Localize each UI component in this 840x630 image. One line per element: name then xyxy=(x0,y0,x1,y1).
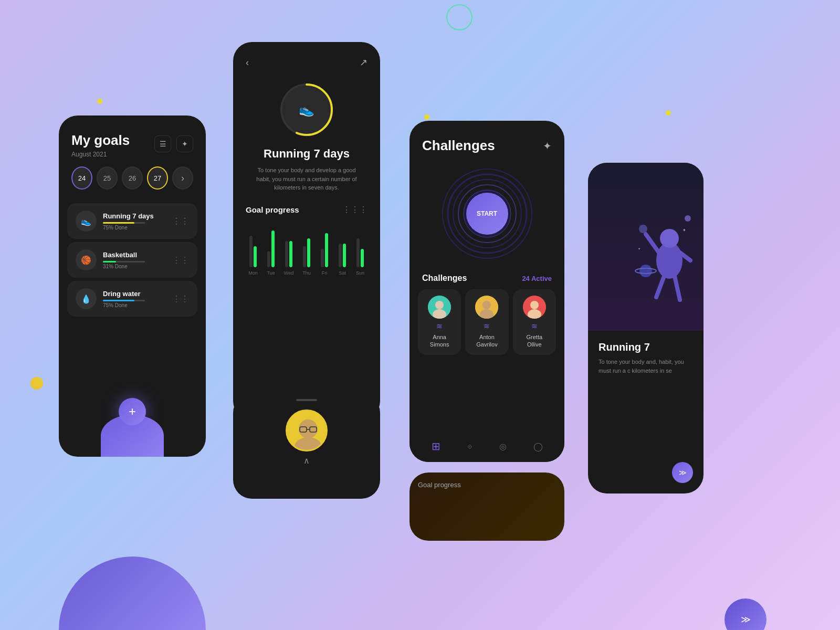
nav-activity-icon[interactable]: ⟐ xyxy=(467,442,472,451)
running-name: Running 7 days xyxy=(103,212,166,220)
phone-my-goals: My goals August 2021 ☰ ✦ 24 25 26 27 › 👟… xyxy=(59,116,206,457)
chart-bar-wed: Wed xyxy=(281,215,296,276)
goals-title: My goals xyxy=(71,132,130,149)
svg-point-28 xyxy=(639,225,647,233)
back-button[interactable]: ‹ xyxy=(246,57,249,68)
date-pill-25[interactable]: 25 xyxy=(97,166,118,190)
chart-bar-mon: Mon xyxy=(246,215,260,276)
running-info: Running 7 days 75% Done xyxy=(103,212,166,230)
basketball-menu[interactable]: ⋮⋮ xyxy=(172,255,189,265)
water-pct: 75% Done xyxy=(103,302,166,308)
running-progress-fill xyxy=(103,222,134,224)
phone-bottom-partial: Goal progress xyxy=(410,472,564,541)
water-progress-bar xyxy=(103,300,145,301)
svg-line-26 xyxy=(656,276,664,297)
goal-item-basketball: 🏀 Basketball 31% Done ⋮⋮ xyxy=(67,242,197,278)
running-menu[interactable]: ⋮⋮ xyxy=(172,216,189,226)
water-info: Dring water 75% Done xyxy=(103,290,166,308)
svg-point-8 xyxy=(435,301,444,309)
list-icon-btn[interactable]: ☰ xyxy=(154,135,171,152)
svg-line-24 xyxy=(646,234,659,253)
phone-running: ‹ ↗ 👟 Running 7 days To tone your body a… xyxy=(233,42,380,420)
svg-point-14 xyxy=(530,301,539,309)
date-pills: 24 25 26 27 › xyxy=(59,166,206,200)
anna-avatar xyxy=(428,296,451,319)
chart-bar-fri: Fri xyxy=(317,215,332,276)
date-pill-more[interactable]: › xyxy=(172,166,193,190)
basketball-pct: 31% Done xyxy=(103,264,166,269)
chart-bar-thu: Thu xyxy=(299,215,314,276)
challenges-title: Challenges xyxy=(422,138,495,154)
goals-date: August 2021 xyxy=(71,151,130,158)
water-name: Dring water xyxy=(103,290,166,298)
sparkle-icon-btn[interactable]: ✦ xyxy=(176,135,193,152)
phone-running-detail-partial: ✦ ✦ Running 7 To tone your body and, hab… xyxy=(588,163,704,494)
handle-bar xyxy=(296,399,317,401)
challenges-list-title: Challenges xyxy=(422,274,467,283)
challenges-list-header: Challenges 24 Active xyxy=(410,269,564,289)
goal-item-running: 👟 Running 7 days 75% Done ⋮⋮ xyxy=(67,203,197,239)
anton-name: AntonGavrilov xyxy=(476,333,497,349)
running-circle-section: 👟 xyxy=(233,81,380,139)
date-pill-26[interactable]: 26 xyxy=(122,166,143,190)
character-figure: ✦ ✦ xyxy=(630,192,698,320)
water-menu[interactable]: ⋮⋮ xyxy=(172,294,189,304)
start-ring: START xyxy=(440,166,534,261)
chart-label-sat: Sat xyxy=(339,270,346,276)
start-ring-section: START xyxy=(410,166,564,261)
scroll-up-button[interactable]: ≫ xyxy=(672,462,693,483)
svg-point-11 xyxy=(482,301,491,309)
date-pill-27[interactable]: 27 xyxy=(147,166,168,190)
phone-profile-partial: ∧ xyxy=(233,394,380,499)
chart-bar-tue: Tue xyxy=(264,215,278,276)
profile-chevron[interactable]: ∧ xyxy=(233,456,380,466)
bottom-left-blob xyxy=(59,556,206,630)
basketball-name: Basketball xyxy=(103,251,166,259)
nav-radio-icon[interactable]: ◎ xyxy=(499,442,507,452)
chart-label-tue: Tue xyxy=(267,270,275,276)
chart-area: Mon Tue Wed xyxy=(246,223,368,286)
svg-line-27 xyxy=(675,276,680,300)
bottom-nav: ⊞ ⟐ ◎ ◯ xyxy=(410,430,564,462)
running-header: ‹ ↗ xyxy=(233,42,380,68)
goal-progress-header: Goal progress ⋮⋮⋮ xyxy=(246,205,368,215)
svg-point-29 xyxy=(685,215,691,222)
chart-menu[interactable]: ⋮⋮⋮ xyxy=(342,205,368,215)
gretta-rank-icon: ≋ xyxy=(531,322,538,330)
chart-bar-sun: Sun xyxy=(353,215,368,276)
gretta-avatar xyxy=(523,296,546,319)
basketball-progress-fill xyxy=(103,261,116,262)
chart-label-wed: Wed xyxy=(284,270,293,276)
svg-text:✦: ✦ xyxy=(638,247,640,250)
challenger-card-anna: ≋ AnnaSimons xyxy=(418,289,461,355)
running-pct: 75% Done xyxy=(103,225,166,230)
challenger-card-anton: ≋ AntonGavrilov xyxy=(465,289,508,355)
active-badge: 24 Active xyxy=(522,275,552,282)
chart-label-mon: Mon xyxy=(248,270,258,276)
svg-point-23 xyxy=(660,229,679,248)
phone-challenges: Challenges ✦ START Challenges 24 Active xyxy=(410,121,564,462)
nav-home-icon[interactable]: ⊞ xyxy=(432,440,440,453)
start-button[interactable]: START xyxy=(466,193,508,235)
basketball-info: Basketball 31% Done xyxy=(103,251,166,269)
running-icon: 👟 xyxy=(76,211,97,232)
decorative-dot-2 xyxy=(424,114,429,120)
date-pill-24[interactable]: 24 xyxy=(71,166,92,190)
shoe-icon: 👟 xyxy=(299,102,314,117)
gretta-name: GrettaOllive xyxy=(527,333,543,349)
challenges-header: Challenges ✦ xyxy=(410,121,564,162)
chart-bar-sat: Sat xyxy=(335,215,350,276)
running-description: To tone your body and develop a good hab… xyxy=(233,166,380,192)
bottom-phone-content: Goal progress xyxy=(410,472,564,497)
basketball-icon: 🏀 xyxy=(76,249,97,270)
running-detail-title: Running 7 xyxy=(598,341,693,353)
share-button[interactable]: ↗ xyxy=(360,57,368,68)
illustration-area: ✦ ✦ xyxy=(588,163,704,331)
nav-profile-icon[interactable]: ◯ xyxy=(533,442,543,452)
add-goal-button[interactable]: + xyxy=(119,398,146,425)
challenges-sparkle-icon[interactable]: ✦ xyxy=(543,140,552,152)
anna-rank-icon: ≋ xyxy=(436,322,443,330)
profile-avatar-wrap xyxy=(233,410,380,452)
goal-item-water: 💧 Dring water 75% Done ⋮⋮ xyxy=(67,281,197,317)
water-progress-fill xyxy=(103,300,134,301)
